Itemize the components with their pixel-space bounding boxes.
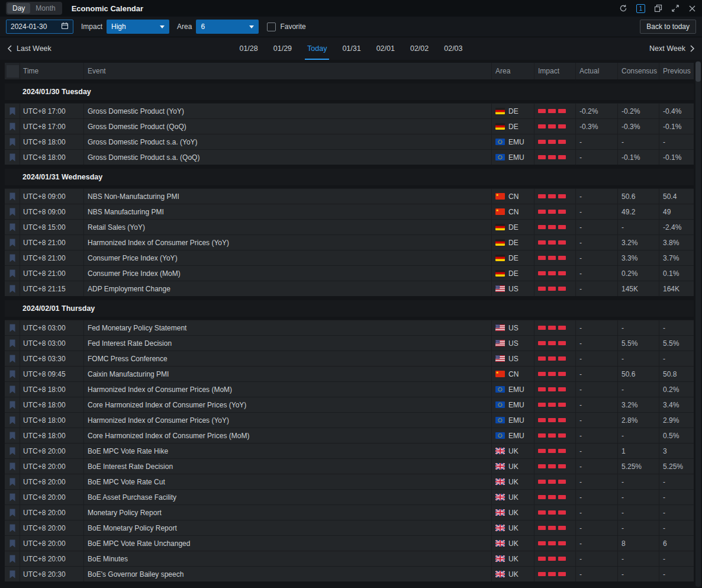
- event-row[interactable]: UTC+8 15:00Retail Sales (YoY)DE---2.4%: [5, 219, 694, 234]
- bookmark-icon[interactable]: [9, 123, 16, 131]
- panel-count-badge[interactable]: 1: [636, 4, 645, 13]
- bookmark-icon[interactable]: [9, 208, 16, 216]
- day-tab[interactable]: 02/02: [402, 37, 436, 60]
- event-row[interactable]: UTC+8 21:00Consumer Price Index (YoY)DE-…: [5, 250, 694, 265]
- refresh-icon[interactable]: [619, 4, 627, 12]
- event-row[interactable]: UTC+8 17:00Gross Domestic Product (YoY)D…: [5, 103, 694, 118]
- bookmark-icon[interactable]: [9, 493, 16, 502]
- day-tab-today[interactable]: Today: [300, 37, 334, 60]
- next-week-button[interactable]: Next Week: [649, 44, 695, 53]
- date-picker[interactable]: 2024-01-30: [6, 20, 73, 34]
- event-row[interactable]: UTC+8 03:00Fed Interest Rate DecisionUS-…: [5, 335, 694, 351]
- event-row[interactable]: UTC+8 20:00BoE MPC Vote Rate HikeUK-13: [5, 443, 694, 458]
- bookmark-icon[interactable]: [9, 509, 16, 517]
- event-row[interactable]: UTC+8 18:00Core Harmonized Index of Cons…: [5, 397, 694, 412]
- previous-value: -0.1%: [659, 119, 694, 134]
- bookmark-icon[interactable]: [9, 285, 16, 293]
- event-row[interactable]: UTC+8 18:00Harmonized Index of Consumer …: [5, 381, 694, 397]
- bookmark-icon[interactable]: [9, 370, 16, 378]
- impact-bar: [548, 155, 556, 159]
- bookmark-icon[interactable]: [9, 524, 16, 532]
- impact-bars: [534, 413, 576, 428]
- back-to-today-button[interactable]: Back to today: [640, 20, 696, 34]
- area-select[interactable]: 6: [196, 20, 259, 34]
- bookmark-icon[interactable]: [9, 385, 16, 394]
- area-code: DE: [508, 239, 519, 247]
- bookmark-icon[interactable]: [9, 254, 16, 262]
- event-row[interactable]: UTC+8 21:15ADP Employment ChangeUS-145K1…: [5, 281, 694, 296]
- bookmark-icon[interactable]: [9, 269, 16, 278]
- event-row[interactable]: UTC+8 20:30BoE's Governor Bailey speechU…: [5, 566, 694, 581]
- event-row[interactable]: UTC+8 17:00Gross Domestic Product (QoQ)D…: [5, 118, 694, 134]
- day-tab[interactable]: 02/03: [436, 37, 470, 60]
- bookmark-icon[interactable]: [9, 478, 16, 486]
- bookmark-icon[interactable]: [9, 107, 16, 115]
- scrollbar-thumb[interactable]: [695, 62, 701, 82]
- event-row[interactable]: UTC+8 09:00NBS Manufacturing PMICN-49.24…: [5, 204, 694, 219]
- bookmark-icon[interactable]: [9, 401, 16, 409]
- event-row[interactable]: UTC+8 20:00Monetary Policy ReportUK---: [5, 505, 694, 520]
- impact-bar: [558, 256, 566, 260]
- actual-value: -: [576, 320, 618, 335]
- bookmark-icon[interactable]: [9, 223, 16, 232]
- flag-emu-icon: [495, 417, 505, 423]
- day-tab[interactable]: 02/01: [369, 37, 402, 60]
- event-row[interactable]: UTC+8 20:00BoE Monetary Policy ReportUK-…: [5, 520, 694, 535]
- last-week-button[interactable]: Last Week: [7, 44, 51, 53]
- vertical-scrollbar[interactable]: [695, 61, 701, 587]
- bookmark-icon[interactable]: [9, 355, 16, 363]
- event-row[interactable]: UTC+8 21:00Consumer Price Index (MoM)DE-…: [5, 265, 694, 281]
- consensus-value: 3.3%: [618, 250, 659, 265]
- event-row[interactable]: UTC+8 20:00BoE MinutesUK---: [5, 551, 694, 566]
- event-row[interactable]: UTC+8 03:00Fed Monetary Policy Statement…: [5, 320, 694, 335]
- event-row[interactable]: UTC+8 09:00NBS Non-Manufacturing PMICN-5…: [5, 188, 694, 204]
- event-row[interactable]: UTC+8 09:45Caixin Manufacturing PMICN-50…: [5, 366, 694, 381]
- bookmark-icon[interactable]: [9, 539, 16, 548]
- event-row[interactable]: UTC+8 03:30FOMC Press ConferenceUS---: [5, 351, 694, 366]
- impact-bar: [558, 356, 566, 361]
- impact-bars: [534, 220, 576, 234]
- event-row[interactable]: UTC+8 20:00BoE Asset Purchase FacilityUK…: [5, 489, 694, 505]
- event-time: UTC+8 18:00: [20, 413, 84, 428]
- previous-value: 50.4: [659, 189, 694, 204]
- event-row[interactable]: UTC+8 20:00BoE MPC Vote Rate UnchangedUK…: [5, 535, 694, 551]
- event-row[interactable]: UTC+8 21:00Harmonized Index of Consumer …: [5, 234, 694, 250]
- day-tab[interactable]: 01/31: [334, 37, 368, 60]
- tab-day[interactable]: Day: [7, 3, 30, 14]
- impact-bar: [548, 210, 556, 214]
- event-row[interactable]: UTC+8 20:00BoE Interest Rate DecisionUK-…: [5, 458, 694, 474]
- tab-month[interactable]: Month: [30, 3, 60, 14]
- impact-select[interactable]: High: [107, 20, 169, 34]
- favorite-checkbox[interactable]: [267, 23, 276, 31]
- bookmark-icon[interactable]: [9, 416, 16, 425]
- bookmark-icon[interactable]: [9, 324, 16, 332]
- area-code: UK: [508, 570, 519, 579]
- bookmark-icon[interactable]: [9, 239, 16, 247]
- expand-icon[interactable]: [671, 4, 680, 12]
- day-tab[interactable]: 01/28: [231, 37, 265, 60]
- bookmark-icon[interactable]: [9, 432, 16, 440]
- day-tab[interactable]: 01/29: [266, 37, 300, 60]
- impact-bars: [534, 204, 576, 219]
- bookmark-icon[interactable]: [9, 192, 16, 201]
- bookmark-column-header[interactable]: [5, 63, 20, 79]
- event-row[interactable]: UTC+8 18:00Harmonized Index of Consumer …: [5, 412, 694, 428]
- bookmark-icon[interactable]: [9, 153, 16, 162]
- event-row[interactable]: UTC+8 18:00Gross Domestic Product s.a. (…: [5, 134, 694, 149]
- event-row[interactable]: UTC+8 18:00Core Harmonized Index of Cons…: [5, 428, 694, 443]
- area-code: UK: [508, 462, 519, 471]
- flag-us-icon: [495, 324, 505, 331]
- restore-window-icon[interactable]: [654, 4, 662, 12]
- close-icon[interactable]: [688, 5, 696, 12]
- bookmark-icon[interactable]: [9, 339, 16, 348]
- bookmark-icon[interactable]: [9, 447, 16, 455]
- event-row[interactable]: UTC+8 18:00Gross Domestic Product s.a. (…: [5, 149, 694, 165]
- bookmark-icon[interactable]: [9, 570, 16, 579]
- bookmark-icon[interactable]: [9, 555, 16, 563]
- bookmark-icon[interactable]: [9, 138, 16, 146]
- impact-bar: [558, 480, 566, 484]
- actual-value: -: [576, 235, 618, 250]
- event-area: US: [492, 281, 534, 296]
- bookmark-icon[interactable]: [9, 462, 16, 471]
- event-row[interactable]: UTC+8 20:00BoE MPC Vote Rate CutUK---: [5, 474, 694, 489]
